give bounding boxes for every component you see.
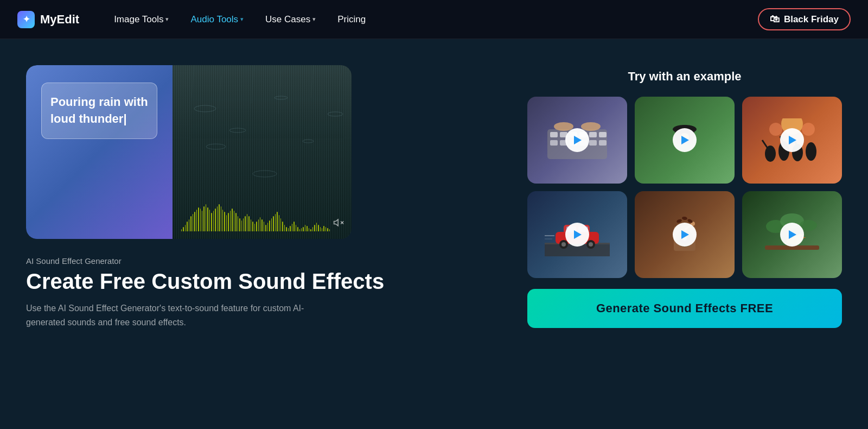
examples-title: Try with an example (628, 70, 741, 84)
nav-right: 🛍 Black Friday (758, 8, 851, 30)
waveform-bar (209, 210, 210, 231)
waveform-bar (256, 222, 257, 231)
waveform-bar (264, 222, 264, 231)
play-button-concert[interactable] (780, 128, 804, 152)
svg-rect-21 (589, 132, 597, 137)
play-icon (789, 136, 796, 144)
waveform-bar (254, 224, 255, 231)
waveform-bar (275, 214, 276, 231)
waveform-bar (288, 228, 289, 231)
waveform-bar (206, 204, 206, 231)
waveform-bar (251, 219, 251, 231)
bag-icon: 🛍 (770, 14, 780, 25)
nav-item-audio-tools[interactable]: Audio Tools ▾ (182, 10, 252, 29)
waveform-bar (238, 216, 238, 231)
waveform (181, 202, 330, 231)
hero-subtitle: AI Sound Effect Generator (26, 256, 495, 266)
play-button-coffee[interactable] (673, 223, 697, 247)
example-bird[interactable] (742, 191, 842, 278)
example-concert[interactable] (742, 97, 842, 184)
waveform-bar (245, 216, 245, 231)
waveform-bar (269, 220, 270, 231)
waveform-bar (284, 225, 285, 231)
waveform-bar (320, 227, 321, 231)
waveform-bar (260, 217, 260, 231)
waveform-bar (234, 211, 234, 231)
logo[interactable]: ✦ MyEdit (17, 11, 79, 28)
waveform-bar (286, 227, 286, 231)
nav-links: Image Tools ▾ Audio Tools ▾ Use Cases ▾ … (105, 10, 758, 29)
play-icon (574, 136, 582, 144)
generate-button[interactable]: Generate Sound Effects FREE (527, 289, 842, 328)
waveform-bar (247, 214, 247, 231)
play-button-car[interactable] (565, 223, 589, 247)
example-coffee[interactable] (635, 191, 735, 278)
hero-description: Use the AI Sound Effect Generator's text… (26, 301, 308, 329)
waveform-bar (316, 223, 317, 231)
waveform-bar (271, 218, 272, 231)
waveform-bar (314, 225, 315, 231)
logo-icon: ✦ (17, 11, 35, 28)
mute-icon[interactable] (332, 216, 345, 229)
example-car[interactable] (527, 191, 627, 278)
waveform-bar (307, 226, 307, 231)
waveform-bar (261, 219, 262, 231)
waveform-bar (221, 206, 221, 231)
logo-text: MyEdit (40, 12, 79, 27)
svg-line-10 (278, 71, 281, 114)
chevron-down-icon: ▾ (240, 16, 244, 23)
waveform-bar (312, 227, 313, 231)
svg-rect-28 (599, 140, 607, 146)
waveform-bar (277, 212, 277, 231)
nav-item-use-cases[interactable]: Use Cases ▾ (257, 10, 324, 29)
black-friday-button[interactable]: 🛍 Black Friday (758, 8, 851, 30)
waveform-bar (318, 225, 318, 231)
play-button-keyboard[interactable] (565, 128, 589, 152)
waveform-bar (190, 216, 191, 231)
waveform-bar (322, 228, 322, 231)
black-friday-label: Black Friday (784, 14, 839, 25)
svg-point-30 (581, 122, 601, 131)
waveform-bar (258, 219, 259, 231)
waveform-bar (193, 214, 193, 231)
waveform-bar (222, 210, 223, 231)
waveform-bar (230, 211, 231, 231)
nav-item-image-tools[interactable]: Image Tools ▾ (105, 10, 177, 29)
waveform-bar (217, 206, 218, 231)
examples-panel: Try with an example (527, 65, 842, 412)
svg-point-0 (194, 105, 216, 112)
waveform-bar (303, 227, 303, 231)
svg-point-4 (303, 140, 314, 143)
play-button-bird[interactable] (780, 223, 804, 247)
play-icon (574, 230, 582, 239)
waveform-bar (194, 212, 195, 231)
waveform-bar (232, 209, 232, 231)
example-camera[interactable] (635, 97, 735, 184)
waveform-bar (196, 210, 197, 231)
play-button-camera[interactable] (673, 128, 697, 152)
svg-point-65 (682, 216, 688, 220)
text-panel: Pouring rain with loud thunder| (26, 65, 173, 239)
waveform-bar (203, 206, 204, 231)
waveform-bar (327, 228, 328, 231)
example-keyboard[interactable] (527, 97, 627, 184)
waveform-bar (305, 225, 305, 231)
prompt-text-box: Pouring rain with loud thunder| (41, 83, 157, 139)
svg-point-38 (802, 123, 815, 136)
svg-point-53 (589, 242, 593, 247)
svg-point-51 (561, 242, 566, 247)
waveform-bar (183, 227, 183, 231)
svg-point-6 (328, 112, 343, 116)
waveform-bar (326, 227, 326, 231)
nav-item-pricing[interactable]: Pricing (329, 10, 374, 29)
svg-point-2 (275, 96, 288, 99)
play-icon (681, 230, 689, 239)
chevron-down-icon: ▾ (165, 16, 169, 23)
waveform-bar (310, 229, 311, 231)
preview-card: Pouring rain with loud thunder| (26, 65, 352, 239)
navbar: ✦ MyEdit Image Tools ▾ Audio Tools ▾ Use… (0, 0, 868, 39)
play-icon (681, 136, 689, 144)
waveform-bar (293, 222, 294, 231)
prompt-text: Pouring rain with loud thunder| (50, 94, 148, 128)
waveform-bar (323, 226, 324, 231)
